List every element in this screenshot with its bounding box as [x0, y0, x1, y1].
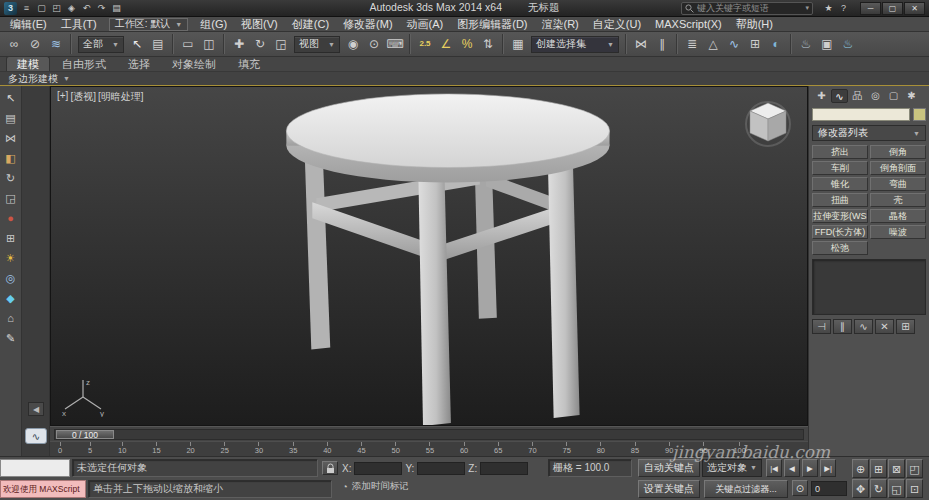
ruler-tick[interactable]: 15 [152, 442, 160, 456]
ruler-tick[interactable]: 30 [255, 442, 263, 456]
menu-rendering[interactable]: 渲染(R) [535, 17, 586, 31]
left-toolbar-light-icon[interactable]: ☀ [2, 250, 20, 266]
menu-animation[interactable]: 动画(A) [400, 17, 451, 31]
set-key-button[interactable]: 设置关键点 [638, 480, 700, 498]
new-scene-icon[interactable]: ▢ [34, 2, 49, 15]
material-editor-icon[interactable]: ◐ [766, 34, 786, 54]
display-tab[interactable]: ▢ [885, 89, 902, 103]
modifier-button-lattice[interactable]: 晶格 [870, 209, 926, 223]
ribbon-tab-selection[interactable]: 选择 [118, 57, 160, 71]
maximize-button[interactable]: ▢ [882, 2, 903, 15]
time-slider-handle[interactable]: 0 / 100 [56, 430, 114, 439]
ruler-tick[interactable]: 20 [186, 442, 194, 456]
remove-modifier-icon[interactable]: ✕ [875, 319, 894, 334]
mirror-icon[interactable]: ⋈ [631, 34, 651, 54]
current-frame-field[interactable] [811, 481, 847, 496]
zoom-all-icon[interactable]: ⊞ [870, 459, 887, 478]
modifier-button-bend[interactable]: 弯曲 [870, 177, 926, 191]
ruler-tick[interactable]: 85 [631, 442, 639, 456]
curve-editor-icon[interactable]: ∿ [724, 34, 744, 54]
search-dropdown-icon[interactable]: ▾ [805, 4, 809, 12]
show-end-result-icon[interactable]: ∥ [833, 319, 852, 334]
selection-set-dropdown[interactable]: 选定对象 ▼ [702, 459, 762, 477]
mini-curve-editor-button[interactable]: ∿ [25, 428, 47, 444]
menu-tools[interactable]: 工具(T) [54, 17, 104, 31]
schematic-view-icon[interactable]: ⊞ [745, 34, 765, 54]
workspace-selector[interactable]: 工作区: 默认▼ [109, 18, 189, 31]
open-file-icon[interactable]: ◰ [49, 2, 64, 15]
create-tab[interactable]: ✚ [813, 89, 830, 103]
application-menu-icon[interactable]: ≡ [19, 2, 34, 15]
ruler-tick[interactable]: 5 [88, 442, 92, 456]
layer-manager-icon[interactable]: ≣ [682, 34, 702, 54]
modifier-button-ffd-box[interactable]: FFD(长方体) [812, 225, 868, 239]
ruler-tick[interactable]: 70 [528, 442, 536, 456]
auto-key-button[interactable]: 自动关键点 [638, 459, 700, 477]
save-file-icon[interactable]: ◈ [64, 2, 79, 15]
left-toolbar-camera-icon[interactable]: ◎ [2, 270, 20, 286]
zoom-extents-all-icon[interactable]: ◱ [888, 479, 905, 498]
ribbon-section-label[interactable]: 多边形建模 [8, 72, 58, 86]
viewport-menu-shading[interactable]: [明暗处理] [98, 90, 144, 104]
named-selection-sets-dropdown[interactable]: 创建选择集▼ [531, 36, 619, 53]
ruler-tick[interactable]: 95 [699, 442, 707, 456]
modifier-button-taper[interactable]: 锥化 [812, 177, 868, 191]
maximize-viewport-toggle-icon[interactable]: ⊡ [906, 479, 923, 498]
bind-to-space-warp-icon[interactable]: ≋ [46, 34, 66, 54]
render-production-icon[interactable]: ♨ [838, 34, 858, 54]
zoom-extents-icon[interactable]: ⊠ [888, 459, 905, 478]
redo-icon[interactable]: ↷ [94, 2, 109, 15]
modifier-button-twist[interactable]: 扭曲 [812, 193, 868, 207]
ruler-tick[interactable]: 50 [392, 442, 400, 456]
spinner-snap-icon[interactable]: ⇅ [478, 34, 498, 54]
left-toolbar-grid-icon[interactable]: ⊞ [2, 230, 20, 246]
pin-stack-icon[interactable]: ⊣ [812, 319, 831, 334]
modifier-button-lathe[interactable]: 车削 [812, 161, 868, 175]
ribbon-tab-modeling[interactable]: 建模 [6, 56, 50, 71]
help-icon[interactable]: ? [836, 2, 851, 15]
y-coordinate-field[interactable] [417, 462, 465, 475]
render-setup-icon[interactable]: ♨ [796, 34, 816, 54]
search-input[interactable] [697, 3, 802, 13]
ruler-tick[interactable]: 60 [460, 442, 468, 456]
modifier-button-stretch-wsm[interactable]: 拉伸变形(WSM) [812, 209, 868, 223]
ruler-tick[interactable]: 90 [665, 442, 673, 456]
use-pivot-point-center-icon[interactable]: ◉ [343, 34, 363, 54]
left-toolbar-layers-icon[interactable]: ▤ [2, 110, 20, 126]
time-slider-track[interactable]: 0 / 100 [54, 429, 804, 440]
left-toolbar-draw-icon[interactable]: ✎ [2, 330, 20, 346]
utilities-tab[interactable]: ✱ [903, 89, 920, 103]
add-time-tag[interactable]: ◔ 添加时间标记 [338, 480, 434, 493]
select-and-move-icon[interactable]: ✚ [229, 34, 249, 54]
ruler-tick[interactable]: 35 [289, 442, 297, 456]
left-toolbar-rotate-icon[interactable]: ↻ [2, 170, 20, 186]
left-toolbar-helper-icon[interactable]: ◆ [2, 290, 20, 306]
modifier-button-extrude[interactable]: 挤出 [812, 145, 868, 159]
menu-customize[interactable]: 自定义(U) [586, 17, 648, 31]
modify-tab[interactable]: ∿ [831, 89, 848, 103]
view-cube[interactable] [741, 95, 795, 149]
window-crossing-icon[interactable]: ◫ [199, 34, 219, 54]
ruler-tick[interactable]: 25 [221, 442, 229, 456]
edit-named-selection-sets-icon[interactable]: ▦ [508, 34, 528, 54]
modifier-button-relax[interactable]: 松弛 [812, 241, 868, 255]
left-toolbar-geometry-icon[interactable]: ◧ [2, 150, 20, 166]
infocenter-star-icon[interactable]: ★ [821, 2, 836, 15]
unlink-selection-icon[interactable]: ⊘ [25, 34, 45, 54]
ruler-tick[interactable]: 0 [58, 442, 62, 456]
percent-snap-icon[interactable]: % [457, 34, 477, 54]
viewport-menu-pov[interactable]: [透视] [70, 90, 96, 104]
pan-icon[interactable]: ✥ [852, 479, 869, 498]
zoom-region-icon[interactable]: ◰ [906, 459, 923, 478]
minimize-button[interactable]: ─ [860, 2, 881, 15]
snap-toggle-icon[interactable]: 2.5 [415, 34, 435, 54]
select-and-link-icon[interactable]: ∞ [4, 34, 24, 54]
menu-edit[interactable]: 编辑(E) [3, 17, 54, 31]
angle-snap-icon[interactable]: ∠ [436, 34, 456, 54]
undo-icon[interactable]: ↶ [79, 2, 94, 15]
select-and-rotate-icon[interactable]: ↻ [250, 34, 270, 54]
play-animation-button[interactable]: ▶ [802, 459, 818, 477]
make-unique-icon[interactable]: ∿ [854, 319, 873, 334]
modifier-button-noise[interactable]: 噪波 [870, 225, 926, 239]
select-by-name-icon[interactable]: ▤ [148, 34, 168, 54]
